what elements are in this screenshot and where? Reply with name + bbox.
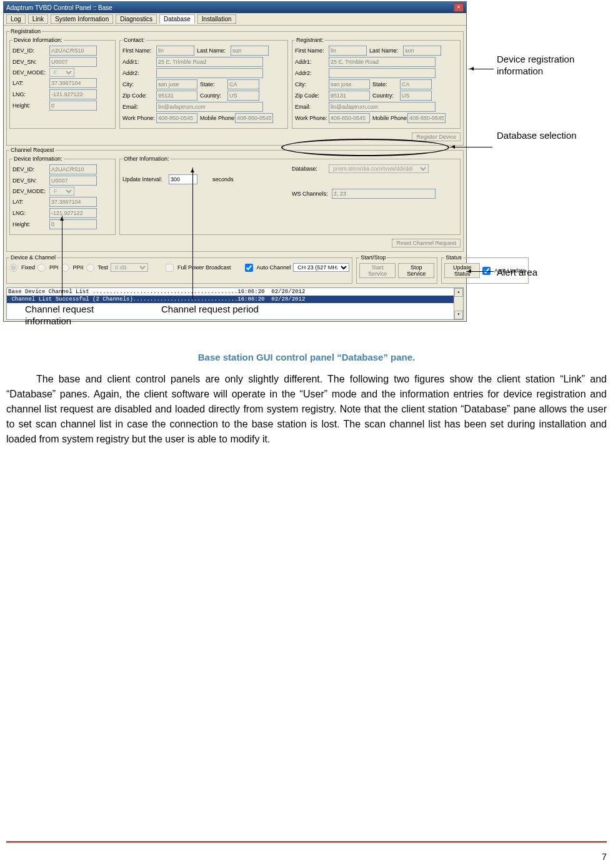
full-power-check[interactable] — [166, 264, 174, 272]
zip-field — [156, 91, 197, 101]
arrow-icon — [192, 167, 193, 299]
lastname-field — [231, 46, 269, 56]
channel-request-group: Channel Request Device Information: DEV_… — [6, 147, 464, 252]
lng-label: LNG: — [12, 91, 47, 97]
other-info-legend: Other Information: — [122, 156, 171, 162]
mphone-field — [235, 113, 273, 123]
update-status-button[interactable]: Update Status — [444, 263, 480, 278]
lat-label: LAT: — [12, 80, 47, 86]
title-bar: Adaptrum TVBD Control Panel :: Base × — [4, 2, 466, 13]
annotation-alert-area: Alert area — [497, 266, 537, 278]
city-field — [156, 79, 197, 89]
dev-id-field — [49, 46, 97, 56]
annotation-database-selection: Database selection — [497, 129, 577, 141]
addr1-field — [156, 57, 263, 67]
device-channel-group: Device & Channel Fixed PPI PPII Test 0 d… — [6, 254, 352, 284]
reg-firstname-field — [329, 46, 367, 56]
tab-system-information[interactable]: System Information — [51, 14, 113, 24]
zip-label: Zip Code: — [122, 92, 154, 99]
arrow-icon — [469, 69, 494, 69]
annotation-channel-request-period: Channel request period — [161, 303, 267, 315]
height-label: Height: — [12, 102, 47, 109]
registrant-legend: Registrant: — [295, 37, 325, 43]
device-channel-legend: Device & Channel — [9, 254, 57, 261]
tab-bar: Log Link System Information Diagnostics … — [4, 13, 466, 26]
log-line: Base Device Channel List ...............… — [7, 288, 463, 296]
reset-channel-request-button[interactable]: Reset Channel Request — [392, 239, 461, 247]
database-label: Database: — [292, 166, 326, 172]
update-interval-label: Update Interval: — [122, 176, 166, 182]
register-device-button[interactable]: Register Device — [412, 132, 461, 141]
addr1-label: Addr1: — [122, 59, 154, 65]
dev-mode-field: F — [49, 68, 74, 77]
reg-state-field — [400, 79, 432, 89]
tab-link[interactable]: Link — [28, 14, 48, 24]
radio-ppi[interactable] — [37, 264, 46, 272]
ws-channels-label: WS Channels: — [292, 191, 329, 197]
cr-lng-field — [49, 208, 97, 218]
other-info-group: Other Information: Update Interval:secon… — [119, 156, 461, 235]
wphone-field — [156, 113, 197, 123]
firstname-field — [156, 46, 194, 56]
dev-sn-label: DEV_SN: — [12, 59, 47, 65]
log-line-selected: ✓Channel List Successful (2 Channels)...… — [7, 296, 463, 303]
email-label: Email: — [122, 104, 154, 110]
reg-lastname-field — [403, 46, 441, 56]
window-title: Adaptrum TVBD Control Panel :: Base — [6, 4, 112, 11]
firstname-label: First Name: — [122, 47, 154, 54]
channel-select[interactable]: CH 23 (527 MHz) — [293, 263, 349, 272]
state-label: State: — [200, 81, 225, 87]
dev-sn-field — [49, 57, 97, 67]
tab-log[interactable]: Log — [6, 14, 26, 24]
body-paragraph: The base and client control panels are o… — [6, 372, 607, 447]
tab-database[interactable]: Database — [159, 14, 195, 24]
scrollbar[interactable]: ▴ ▾ — [454, 288, 463, 319]
test-db-select[interactable]: 0 dB — [111, 263, 148, 272]
country-label: Country: — [200, 92, 225, 99]
reg-addr1-field — [329, 57, 436, 67]
wphone-label: Work Phone: — [122, 115, 154, 121]
page-rule — [6, 841, 607, 843]
cr-device-info-group: Device Information: DEV_ID: DEV_SN: DEV_… — [9, 156, 116, 235]
dev-mode-label: DEV_MODE: — [12, 69, 47, 76]
cr-dev-sn-field — [49, 176, 97, 186]
reg-zip-field — [329, 91, 370, 101]
database-select[interactable]: prism.telcordia.com/tvws/ddi/ddi — [329, 164, 429, 173]
radio-test[interactable] — [86, 264, 94, 272]
stop-service-button[interactable]: Stop Service — [398, 263, 434, 278]
contact-group: Contact: First Name:Last Name: Addr1: Ad… — [119, 37, 288, 129]
auto-channel-check[interactable] — [245, 264, 253, 272]
lng-field — [49, 89, 97, 99]
cr-dev-mode-field: F — [49, 187, 74, 196]
cr-lat-field — [49, 197, 97, 207]
tab-diagnostics[interactable]: Diagnostics — [116, 14, 157, 24]
auto-update-check[interactable] — [482, 267, 491, 275]
close-icon[interactable]: × — [454, 3, 464, 12]
arrow-icon — [450, 147, 492, 147]
country-field — [227, 91, 259, 101]
arrow-icon — [466, 271, 494, 272]
update-interval-unit: seconds — [212, 176, 234, 182]
addr2-label: Addr2: — [122, 70, 154, 76]
start-service-button[interactable]: Start Service — [359, 263, 396, 278]
reg-email-field — [329, 102, 436, 112]
update-interval-field[interactable] — [169, 174, 197, 184]
oval-highlight — [281, 139, 449, 156]
registrant-group: Registrant: First Name:Last Name: Addr1:… — [292, 37, 461, 129]
scroll-up-icon[interactable]: ▴ — [454, 288, 463, 297]
radio-fixed[interactable] — [9, 264, 17, 272]
scroll-down-icon[interactable]: ▾ — [454, 311, 463, 319]
email-field — [156, 102, 263, 112]
city-label: City: — [122, 81, 154, 87]
page-number: 7 — [602, 851, 607, 862]
start-stop-legend: Start/Stop — [359, 254, 387, 261]
state-field — [227, 79, 259, 89]
arrow-icon — [62, 216, 62, 299]
contact-legend: Contact: — [122, 37, 146, 43]
reg-mphone-field — [407, 113, 446, 123]
cr-height-field — [49, 219, 97, 229]
status-legend: Status — [444, 254, 463, 261]
registration-group: Registration Device Information: DEV_ID:… — [6, 28, 464, 146]
tab-installation[interactable]: Installation — [197, 14, 236, 24]
annotation-channel-request-info: Channel request information — [25, 303, 131, 327]
